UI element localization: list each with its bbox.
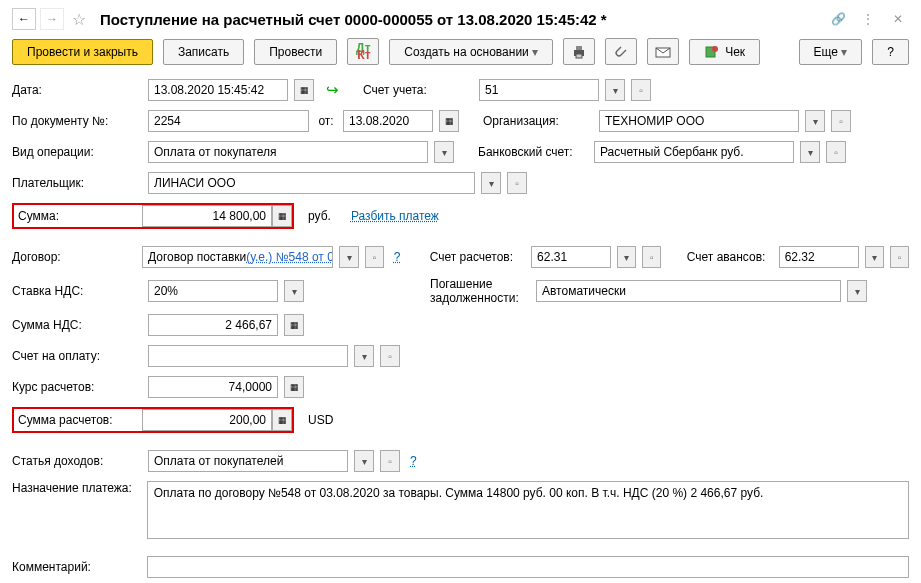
date-label: Дата: — [12, 83, 142, 97]
envelope-button[interactable] — [647, 38, 679, 65]
debt-label: Погашение задолженности: — [430, 277, 530, 305]
nav-back-button[interactable]: ← — [12, 8, 36, 30]
adv-acc-label: Счет авансов: — [687, 250, 773, 264]
optype-dropdown[interactable]: ▾ — [434, 141, 454, 163]
comment-label: Комментарий: — [12, 560, 141, 574]
check-button[interactable]: Чек — [689, 39, 760, 65]
svg-point-5 — [712, 46, 718, 52]
star-icon[interactable]: ☆ — [68, 9, 90, 29]
account-popup[interactable]: ▫ — [631, 79, 651, 101]
envelope-icon — [655, 45, 671, 59]
print-button[interactable] — [563, 38, 595, 65]
help-button[interactable]: ? — [872, 39, 909, 65]
comment-input[interactable] — [147, 556, 909, 578]
org-label: Организация: — [483, 114, 593, 128]
account-label: Счет учета: — [363, 83, 473, 97]
vat-sum-calc-icon[interactable]: ▦ — [284, 314, 304, 336]
calc-sum-calc-icon[interactable]: ▦ — [272, 409, 292, 431]
submit-button[interactable]: Провести — [254, 39, 337, 65]
close-icon[interactable]: ✕ — [887, 9, 909, 29]
debt-input[interactable] — [536, 280, 841, 302]
optype-label: Вид операции: — [12, 145, 142, 159]
invoice-dropdown[interactable]: ▾ — [354, 345, 374, 367]
date-input[interactable] — [148, 79, 288, 101]
account-input[interactable] — [479, 79, 599, 101]
submit-close-button[interactable]: Провести и закрыть — [12, 39, 153, 65]
split-payment-link[interactable]: Разбить платеж — [351, 209, 439, 223]
optype-input[interactable] — [148, 141, 428, 163]
calc-acc-label: Счет расчетов: — [430, 250, 525, 264]
calc-acc-popup[interactable]: ▫ — [642, 246, 661, 268]
rate-calc-icon[interactable]: ▦ — [284, 376, 304, 398]
income-help-icon[interactable]: ? — [410, 454, 417, 468]
sum-currency: руб. — [308, 209, 331, 223]
calendar-icon[interactable]: ▦ — [294, 79, 314, 101]
calc-acc-input[interactable] — [531, 246, 611, 268]
create-based-button[interactable]: Создать на основании — [389, 39, 553, 65]
rate-input[interactable] — [148, 376, 278, 398]
payer-input[interactable] — [148, 172, 475, 194]
calc-acc-dropdown[interactable]: ▾ — [617, 246, 636, 268]
contract-dropdown[interactable]: ▾ — [339, 246, 358, 268]
invoice-popup[interactable]: ▫ — [380, 345, 400, 367]
window-header: ← → ☆ Поступление на расчетный счет 0000… — [12, 8, 909, 30]
vat-input[interactable] — [148, 280, 278, 302]
org-dropdown[interactable]: ▾ — [805, 110, 825, 132]
adv-acc-input[interactable] — [779, 246, 859, 268]
print-icon — [571, 44, 587, 60]
contract-input[interactable]: Договор поставки (у.е.) №548 от 03 — [142, 246, 333, 268]
docnum-label: По документу №: — [12, 114, 142, 128]
purpose-textarea[interactable] — [147, 481, 909, 539]
income-dropdown[interactable]: ▾ — [354, 450, 374, 472]
contract-link[interactable]: (у.е.) №548 от 03 — [246, 250, 333, 264]
docnum-input[interactable] — [148, 110, 309, 132]
adv-acc-dropdown[interactable]: ▾ — [865, 246, 884, 268]
payer-dropdown[interactable]: ▾ — [481, 172, 501, 194]
sum-highlight: Сумма: ▦ — [12, 203, 294, 229]
toolbar: Провести и закрыть Записать Провести ДтК… — [12, 38, 909, 65]
sum-calc-icon[interactable]: ▦ — [272, 205, 292, 227]
nav-forward-button[interactable]: → — [40, 8, 64, 30]
income-input[interactable] — [148, 450, 348, 472]
adv-acc-popup[interactable]: ▫ — [890, 246, 909, 268]
payer-label: Плательщик: — [12, 176, 142, 190]
vat-dropdown[interactable]: ▾ — [284, 280, 304, 302]
receipt-icon — [704, 45, 720, 59]
contract-popup[interactable]: ▫ — [365, 246, 384, 268]
attach-button[interactable] — [605, 38, 637, 65]
bank-popup[interactable]: ▫ — [826, 141, 846, 163]
vat-sum-input[interactable] — [148, 314, 278, 336]
calc-sum-input[interactable] — [142, 409, 272, 431]
calc-sum-label: Сумма расчетов: — [14, 413, 142, 427]
contract-help-icon[interactable]: ? — [394, 250, 401, 264]
sum-input[interactable] — [142, 205, 272, 227]
dtkt-button[interactable]: ДтКт — [347, 38, 379, 65]
bank-label: Банковский счет: — [478, 145, 588, 159]
docdate-input[interactable] — [343, 110, 433, 132]
page-title: Поступление на расчетный счет 0000-00005… — [100, 11, 823, 28]
debt-dropdown[interactable]: ▾ — [847, 280, 867, 302]
income-popup[interactable]: ▫ — [380, 450, 400, 472]
docdate-label: от: — [315, 114, 337, 128]
bank-input[interactable] — [594, 141, 794, 163]
bank-dropdown[interactable]: ▾ — [800, 141, 820, 163]
calc-sum-currency: USD — [308, 413, 333, 427]
more-button[interactable]: Еще — [799, 39, 863, 65]
docdate-calendar-icon[interactable]: ▦ — [439, 110, 459, 132]
purpose-label: Назначение платежа: — [12, 481, 141, 495]
invoice-label: Счет на оплату: — [12, 349, 142, 363]
org-input[interactable] — [599, 110, 799, 132]
contract-label: Договор: — [12, 250, 136, 264]
svg-rect-1 — [576, 46, 582, 50]
invoice-input[interactable] — [148, 345, 348, 367]
green-arrow-icon[interactable]: ↪ — [326, 81, 339, 99]
vat-label: Ставка НДС: — [12, 284, 142, 298]
save-button[interactable]: Записать — [163, 39, 244, 65]
check-label: Чек — [725, 45, 745, 59]
contract-prefix: Договор поставки — [148, 250, 246, 264]
link-icon[interactable]: 🔗 — [827, 9, 849, 29]
org-popup[interactable]: ▫ — [831, 110, 851, 132]
payer-popup[interactable]: ▫ — [507, 172, 527, 194]
more-icon[interactable]: ⋮ — [857, 9, 879, 29]
account-dropdown[interactable]: ▾ — [605, 79, 625, 101]
